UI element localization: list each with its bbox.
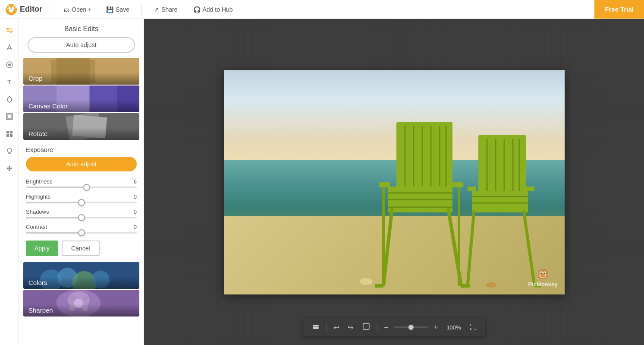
- zoom-out-button[interactable]: −: [380, 321, 392, 334]
- svg-point-8: [7, 28, 9, 30]
- sharpen-label: Sharpen: [23, 304, 139, 317]
- frames-tool[interactable]: [2, 109, 17, 124]
- svg-rect-81: [363, 323, 369, 329]
- shadows-label: Shadows: [26, 209, 49, 215]
- shadows-track[interactable]: [26, 217, 137, 218]
- canvas-color-card[interactable]: Canvas Color: [23, 85, 139, 112]
- svg-rect-15: [10, 131, 13, 133]
- svg-point-4: [6, 6, 9, 8]
- zoom-thumb[interactable]: [408, 325, 414, 330]
- highlights-value: 0: [134, 193, 137, 200]
- beach-image: 🐵 PicMonkey: [224, 70, 565, 294]
- svg-point-77: [486, 282, 496, 288]
- shell: [360, 278, 373, 285]
- open-chevron-icon: ▾: [88, 7, 91, 12]
- add-to-hub-button[interactable]: 🎧 Add to Hub: [190, 4, 236, 15]
- crop-card[interactable]: Crop: [23, 58, 139, 85]
- svg-rect-80: [312, 328, 318, 329]
- app-title: Editor: [20, 5, 42, 14]
- save-button[interactable]: 💾 Save: [103, 4, 133, 15]
- fullscreen-button[interactable]: ⛶: [466, 322, 480, 333]
- svg-point-11: [8, 63, 11, 66]
- top-auto-adjust-button[interactable]: Auto adjust: [28, 37, 135, 53]
- share-icon: ↗: [154, 6, 159, 13]
- layers-button[interactable]: [308, 321, 323, 334]
- free-trial-button[interactable]: Free Trial: [594, 0, 644, 19]
- overlays-tool[interactable]: [2, 92, 17, 107]
- contrast-track[interactable]: [26, 232, 137, 234]
- colors-label: Colors: [23, 276, 139, 289]
- zoom-slider[interactable]: [394, 326, 428, 328]
- bottom-toolbar: ↩ ↪ − + 100% ⛶: [303, 318, 485, 336]
- colors-card[interactable]: Colors: [23, 262, 139, 289]
- rotate-card[interactable]: Rotate: [23, 113, 139, 140]
- highlights-thumb[interactable]: [78, 199, 85, 206]
- highlights-label: Highlights: [26, 193, 50, 200]
- graphics-tool[interactable]: [2, 143, 17, 159]
- zoom-in-button[interactable]: +: [430, 321, 442, 334]
- sidebar-title: Basic Edits: [19, 19, 144, 37]
- contrast-thumb[interactable]: [78, 229, 85, 236]
- app-logo: Editor: [5, 3, 42, 16]
- topbar: Editor 🗂 Open ▾ 💾 Save ↗ Share 🎧 Add to …: [0, 0, 644, 19]
- contrast-fill: [26, 232, 82, 234]
- shadows-slider-row: Shadows 0: [19, 207, 144, 222]
- iconbar: T ✤: [0, 19, 19, 345]
- contrast-slider-row: Contrast 0: [19, 222, 144, 237]
- crop-button[interactable]: [358, 321, 373, 334]
- shadows-value: 0: [134, 209, 137, 215]
- svg-rect-17: [10, 134, 13, 137]
- textures-tool[interactable]: [2, 126, 17, 142]
- canvas-image-wrapper: 🐵 PicMonkey: [224, 70, 565, 294]
- logo-icon: [5, 3, 17, 16]
- brightness-track[interactable]: [26, 187, 137, 188]
- shadows-thumb[interactable]: [78, 214, 85, 221]
- svg-rect-68: [472, 191, 528, 212]
- contrast-label: Contrast: [26, 224, 47, 230]
- exposure-auto-adjust-button[interactable]: Auto adjust: [26, 157, 137, 171]
- svg-rect-14: [6, 131, 9, 133]
- brightness-thumb[interactable]: [83, 184, 90, 191]
- svg-line-71: [468, 210, 474, 286]
- topbar-divider-1: [51, 4, 51, 15]
- basic-edits-tool[interactable]: [2, 22, 17, 38]
- effects-tool[interactable]: [2, 57, 17, 73]
- main-layout: T ✤ Basic Edits Auto adjust: [0, 19, 644, 345]
- sidebar-panel: Basic Edits Auto adjust Crop: [19, 19, 144, 345]
- svg-rect-12: [6, 114, 13, 120]
- seasons-tool[interactable]: ✤: [2, 161, 17, 176]
- svg-point-40: [82, 295, 88, 301]
- svg-rect-76: [526, 187, 534, 191]
- highlights-track[interactable]: [26, 202, 137, 203]
- zoom-value: 100%: [443, 324, 464, 331]
- exposure-title: Exposure: [19, 141, 144, 157]
- undo-button[interactable]: ↩: [330, 322, 342, 333]
- svg-point-5: [13, 6, 16, 8]
- svg-point-9: [10, 31, 12, 32]
- redo-button[interactable]: ↪: [344, 322, 357, 333]
- canvas-area: 🐵 PicMonkey ↩ ↪ − + 100% ⛶: [144, 19, 644, 345]
- svg-point-39: [69, 295, 75, 301]
- cancel-button[interactable]: Cancel: [62, 241, 100, 256]
- brightness-fill: [26, 187, 87, 188]
- share-button[interactable]: ↗ Share: [151, 4, 181, 15]
- sharpen-card[interactable]: Sharpen: [23, 290, 139, 317]
- rotate-label: Rotate: [23, 127, 139, 140]
- crop-label: Crop: [23, 72, 139, 85]
- apply-cancel-row: Apply Cancel: [19, 237, 144, 262]
- apply-button[interactable]: Apply: [26, 241, 58, 256]
- touch-up-tool[interactable]: [2, 40, 17, 55]
- chairs-svg: [224, 70, 565, 294]
- topbar-divider-2: [141, 4, 142, 15]
- left-chair: [375, 122, 470, 286]
- svg-rect-58: [379, 182, 390, 187]
- svg-rect-75: [468, 187, 476, 191]
- highlights-slider-row: Highlights 0: [19, 192, 144, 207]
- text-tool[interactable]: T: [2, 74, 17, 90]
- canvas-color-label: Canvas Color: [23, 100, 139, 112]
- watermark-text: PicMonkey: [528, 281, 558, 288]
- brightness-value: 6: [134, 178, 137, 185]
- bottom-divider-1: [326, 323, 327, 332]
- svg-rect-79: [312, 326, 318, 328]
- open-button[interactable]: 🗂 Open ▾: [60, 4, 94, 15]
